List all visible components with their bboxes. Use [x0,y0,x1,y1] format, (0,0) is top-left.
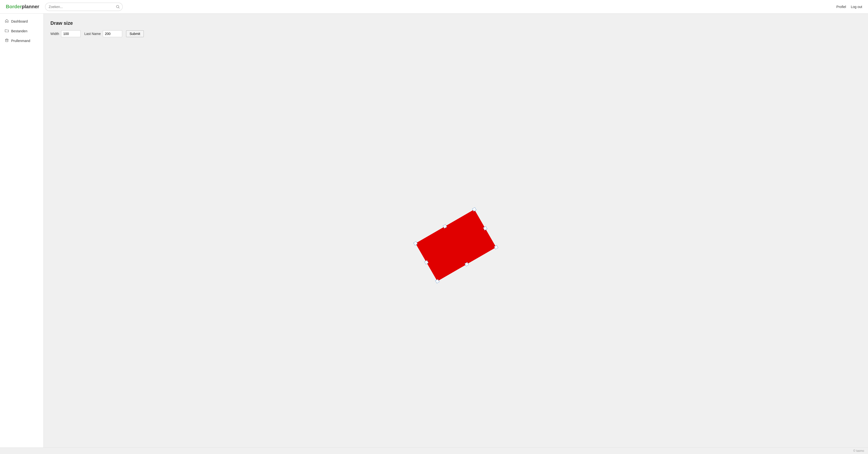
lastname-label: Last Name [84,32,101,36]
sidebar-item-dashboard[interactable]: Dashboard [0,17,43,26]
sidebar-item-bestanden[interactable]: Bestanden [0,26,43,36]
width-label: Width [51,32,59,36]
folder-icon [5,29,9,33]
layout: Dashboard Bestanden Prullenmand [0,13,868,448]
footer-text: © tasmo [853,449,864,453]
profiel-link[interactable]: Profiel [836,5,846,9]
form-row: Width Last Name Submit [51,30,861,37]
search-input[interactable] [45,3,113,11]
page-title: Draw size [51,20,861,26]
draw-canvas [407,197,504,294]
svg-rect-2 [6,39,8,42]
search-icon [116,5,120,8]
width-field-group: Width [51,30,81,37]
trash-icon [5,38,9,43]
footer: © tasmo [0,448,868,454]
drawn-rectangle [415,209,496,281]
search-button[interactable] [113,3,123,11]
logout-link[interactable]: Log out [851,5,862,9]
home-icon [5,19,9,24]
header-right: Profiel Log out [836,5,862,9]
logo-border-text: Border [6,4,22,9]
search-container [45,3,123,11]
rotated-rect-container [407,197,504,295]
sidebar: Dashboard Bestanden Prullenmand [0,13,44,448]
canvas-area [51,43,861,448]
svg-line-1 [119,7,119,8]
main-content: Draw size Width Last Name Submit [44,13,868,448]
width-input[interactable] [61,30,81,37]
logo-planner-text: planner [22,4,39,9]
submit-button[interactable]: Submit [126,30,144,37]
logo[interactable]: Border planner [6,4,39,9]
lastname-input[interactable] [103,30,122,37]
dashboard-label: Dashboard [11,20,28,23]
bestanden-label: Bestanden [11,29,27,33]
header: Border planner Profiel Log out [0,0,868,13]
sidebar-item-prullenmand[interactable]: Prullenmand [0,36,43,46]
prullenmand-label: Prullenmand [11,39,30,43]
lastname-field-group: Last Name [84,30,122,37]
